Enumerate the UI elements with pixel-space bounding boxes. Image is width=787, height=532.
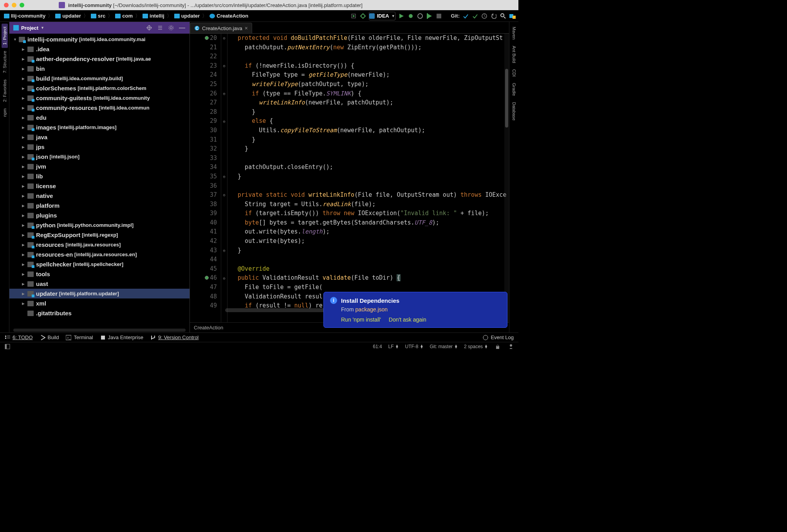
left-tab----project[interactable]: 1: Project <box>2 23 8 48</box>
caret-position[interactable]: 61:4 <box>373 344 382 349</box>
tree-item[interactable]: .gitattributes <box>9 308 190 318</box>
tree-item[interactable]: ▶json [intellij.json] <box>9 152 190 162</box>
tree-item[interactable]: ▶images [intellij.platform.images] <box>9 122 190 132</box>
debug-icon[interactable] <box>407 13 414 20</box>
tree-item[interactable]: ▶edu <box>9 113 190 122</box>
tree-item[interactable]: ▶spellchecker [intellij.spellchecker] <box>9 259 190 269</box>
right-tab-gradle[interactable]: Gradle <box>511 80 517 99</box>
svg-rect-7 <box>427 13 428 19</box>
breadcrumb-item[interactable]: com <box>114 13 134 19</box>
tree-h-scrollbar[interactable] <box>13 329 186 332</box>
tree-item[interactable]: ▶aether-dependency-resolver [intellij.ja… <box>9 54 190 64</box>
tree-item[interactable]: ▶tools <box>9 269 190 279</box>
tree-item[interactable]: ▶jps <box>9 142 190 152</box>
todo-tab[interactable]: 6: TODO <box>5 334 33 340</box>
tree-item[interactable]: ▶community-guitests [intellij.idea.commu… <box>9 93 190 103</box>
left-tab-npm[interactable]: npm <box>2 105 8 120</box>
lock-icon[interactable] <box>494 343 501 350</box>
event-log-tab[interactable]: Event Log <box>483 334 514 340</box>
vcs-revert-icon[interactable] <box>490 13 497 20</box>
tree-item[interactable]: ▶platform <box>9 201 190 210</box>
collapse-icon[interactable] <box>157 24 164 31</box>
svg-rect-8 <box>437 14 441 18</box>
maximize-window-button[interactable] <box>20 3 24 7</box>
terminal-tab[interactable]: >_Terminal <box>66 334 93 340</box>
close-window-button[interactable] <box>4 3 9 7</box>
project-tool-window: Project ▼ — ▼ intellij-community [intell… <box>9 22 190 332</box>
run-npm-install-link[interactable]: Run 'npm install' <box>341 316 381 323</box>
breadcrumb-item[interactable]: CreateAction <box>208 13 250 19</box>
file-encoding[interactable]: UTF-8▲▼ <box>405 344 424 349</box>
vcs-history-icon[interactable] <box>481 13 488 20</box>
tree-item[interactable]: ▶updater [intellij.platform.updater] <box>9 289 190 298</box>
tool-windows-toggle-icon[interactable] <box>4 343 11 350</box>
svg-point-21 <box>170 27 172 29</box>
left-tab----structure[interactable]: 7: Structure <box>2 48 8 76</box>
line-separator[interactable]: LF▲▼ <box>388 344 399 349</box>
popup-title: Install Dependencies <box>341 297 399 304</box>
bottom-tool-window-bar: 6: TODO Build >_Terminal Java Enterprise… <box>0 332 518 342</box>
vcs-update-icon[interactable] <box>462 13 469 20</box>
project-view-title[interactable]: Project ▼ <box>13 25 143 31</box>
breadcrumb-item[interactable]: intellij <box>141 13 166 19</box>
tree-item[interactable]: ▶xml <box>9 298 190 308</box>
close-tab-icon[interactable]: × <box>245 25 248 31</box>
dont-ask-again-link[interactable]: Don't ask again <box>389 316 426 323</box>
breadcrumb-item[interactable]: updater <box>173 13 202 19</box>
git-label: Git: <box>451 13 460 19</box>
tree-item[interactable]: ▶jvm <box>9 162 190 171</box>
vcs-commit-icon[interactable] <box>471 13 478 20</box>
coverage-icon[interactable] <box>417 13 424 20</box>
right-tab-maven[interactable]: Maven <box>511 23 517 43</box>
stop-icon[interactable] <box>435 13 442 20</box>
svg-marker-1 <box>353 15 355 17</box>
svg-rect-26 <box>5 338 6 339</box>
run-icon[interactable] <box>398 13 405 20</box>
tree-item[interactable]: ▶lib <box>9 171 190 181</box>
right-tab-database[interactable]: Database <box>511 99 517 124</box>
nav-target-icon[interactable] <box>350 13 357 20</box>
editor-h-scrollbar[interactable] <box>225 308 327 312</box>
breadcrumb-item[interactable]: llij-community <box>2 13 47 19</box>
tree-item[interactable]: ▶colorSchemes [intellij.platform.colorSc… <box>9 83 190 93</box>
tree-item[interactable]: ▶community-resources [intellij.idea.comm… <box>9 103 190 113</box>
right-tab-cdi[interactable]: CDI <box>511 66 517 80</box>
code-area[interactable]: 2021222324252627282930313233343536373839… <box>190 34 509 322</box>
minimize-window-button[interactable] <box>12 3 16 7</box>
project-tree[interactable]: ▼ intellij-community [intellij.idea.comm… <box>9 34 190 332</box>
editor-v-scrollbar[interactable] <box>504 34 509 322</box>
java-enterprise-tab[interactable]: Java Enterprise <box>100 334 143 340</box>
locate-icon[interactable] <box>146 24 153 31</box>
tree-item[interactable]: ▶resources [intellij.java.resources] <box>9 240 190 250</box>
version-control-tab[interactable]: 9: Version Control <box>150 334 199 340</box>
right-tab-ant-build[interactable]: Ant Build <box>511 43 517 66</box>
profile-icon[interactable] <box>426 13 433 20</box>
tree-item[interactable]: ▶.idea <box>9 44 190 54</box>
tree-item[interactable]: ▶native <box>9 191 190 201</box>
tree-item[interactable]: ▶plugins <box>9 210 190 220</box>
build-icon[interactable] <box>359 13 366 20</box>
hide-icon[interactable]: — <box>179 24 186 31</box>
build-tab[interactable]: Build <box>40 334 59 340</box>
tree-item[interactable]: ▶RegExpSupport [intellij.regexp] <box>9 230 190 240</box>
tree-item[interactable]: ▶java <box>9 132 190 142</box>
ide-settings-icon[interactable] <box>509 13 516 20</box>
git-branch[interactable]: Git: master▲▼ <box>430 344 458 349</box>
editor-tab[interactable]: C CreateAction.java × <box>190 23 252 33</box>
tree-item[interactable]: ▶python [intellij.python.community.impl] <box>9 220 190 230</box>
svg-rect-35 <box>496 346 499 349</box>
search-icon[interactable] <box>500 13 507 20</box>
indent-status[interactable]: 2 spaces▲▼ <box>464 344 488 349</box>
breadcrumb-item[interactable]: src <box>89 13 107 19</box>
tree-item[interactable]: ▶license <box>9 181 190 191</box>
left-tab----favorites[interactable]: 2: Favorites <box>2 76 8 105</box>
breadcrumb-item[interactable]: updater <box>54 13 83 19</box>
editor: C CreateAction.java × 202122232425262728… <box>190 22 509 332</box>
tree-item[interactable]: ▶resources-en [intellij.java.resources.e… <box>9 250 190 259</box>
inspector-icon[interactable] <box>507 343 514 350</box>
tree-item[interactable]: ▶uast <box>9 279 190 289</box>
run-config-selector[interactable]: IDEA ▼ <box>369 12 395 20</box>
tree-item[interactable]: ▶build [intellij.idea.community.build] <box>9 74 190 83</box>
tree-item[interactable]: ▶bin <box>9 64 190 74</box>
gear-icon[interactable] <box>168 24 175 31</box>
